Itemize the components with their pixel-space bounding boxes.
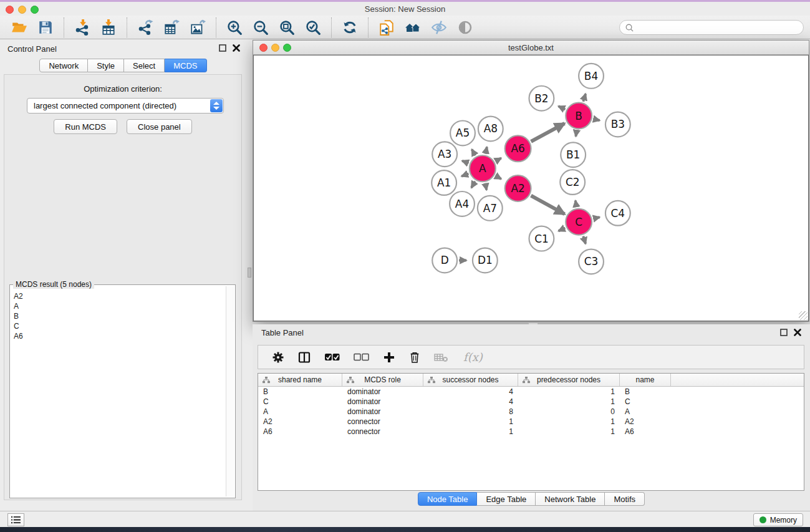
network-graph-svg[interactable]: AA1A2A3A4A5A6A7A8BB1B2B3B4CC1C2C3C4DD1	[254, 56, 808, 321]
float-panel-icon[interactable]	[219, 44, 226, 52]
graph-edge[interactable]	[461, 173, 468, 176]
window-titlebar[interactable]: Session: New Session	[0, 2, 810, 16]
vertical-splitter-grip[interactable]	[248, 268, 251, 278]
table-cell[interactable]: 4	[423, 387, 518, 396]
table-cell[interactable]: 4	[423, 397, 518, 406]
open-session-button[interactable]	[9, 17, 30, 38]
select-all-columns-button[interactable]	[324, 353, 340, 362]
table-row[interactable]: Cdominator41C	[258, 397, 804, 407]
table-cell[interactable]: 1	[518, 417, 620, 426]
graph-edge[interactable]	[472, 149, 476, 155]
table-cell[interactable]: 1	[518, 387, 620, 396]
network-view-window[interactable]: testGlobe.txt AA1A2A3A4A5A6A7A8BB1B2B3B4…	[253, 40, 809, 322]
table-cell[interactable]: C	[620, 397, 671, 406]
mcds-result-item[interactable]: A6	[11, 331, 224, 341]
tab-network-table[interactable]: Network Table	[536, 492, 605, 506]
table-row[interactable]: Adominator80A	[258, 407, 804, 417]
table-cell[interactable]: connector	[342, 417, 423, 426]
graph-edge[interactable]	[558, 106, 565, 109]
table-row[interactable]: Bdominator41B	[258, 387, 804, 397]
graph-edge[interactable]	[462, 161, 468, 163]
close-panel-icon[interactable]	[794, 329, 801, 336]
graph-edge[interactable]	[471, 181, 475, 188]
table-cell[interactable]: dominator	[342, 397, 423, 406]
table-cell[interactable]: dominator	[342, 387, 423, 396]
table-cell[interactable]: A	[258, 407, 342, 416]
graph-edge[interactable]	[583, 236, 586, 244]
window-resize-grip[interactable]	[799, 311, 808, 320]
import-network-button[interactable]	[72, 17, 93, 38]
graph-edge[interactable]	[593, 119, 599, 120]
table-cell[interactable]: dominator	[342, 407, 423, 416]
export-table-button[interactable]	[161, 17, 182, 38]
table-row[interactable]: A6connector11A6	[258, 427, 804, 437]
table-cell[interactable]: A	[620, 407, 671, 416]
criterion-dropdown[interactable]: largest connected component (directed)	[27, 98, 224, 114]
zoom-in-button[interactable]	[224, 17, 245, 38]
table-cell[interactable]: A2	[258, 417, 342, 426]
table-cell[interactable]: C	[258, 397, 342, 406]
refresh-view-button[interactable]	[339, 17, 360, 38]
dropdown-stepper-icon[interactable]	[210, 99, 223, 112]
close-panel-icon[interactable]	[233, 44, 240, 52]
mcds-result-item[interactable]: B	[11, 311, 224, 321]
graph-edge[interactable]	[496, 158, 501, 161]
zoom-out-button[interactable]	[250, 17, 271, 38]
task-history-button[interactable]	[7, 513, 24, 526]
save-session-button[interactable]	[35, 17, 56, 38]
graph-edge[interactable]	[486, 147, 487, 154]
zoom-selected-button[interactable]	[302, 17, 324, 38]
graph-edge[interactable]	[531, 123, 565, 142]
column-header[interactable]: predecessor nodes	[518, 374, 620, 386]
graph-edge[interactable]	[576, 201, 577, 208]
tab-select[interactable]: Select	[124, 59, 165, 72]
table-cell[interactable]: 1	[518, 397, 620, 406]
import-table-button[interactable]	[98, 17, 119, 38]
delete-table-button[interactable]	[434, 352, 448, 362]
clone-network-button[interactable]	[376, 17, 397, 38]
tab-edge-table[interactable]: Edge Table	[477, 492, 536, 506]
search-field[interactable]	[619, 20, 804, 35]
network-canvas[interactable]: AA1A2A3A4A5A6A7A8BB1B2B3B4CC1C2C3C4DD1	[253, 55, 809, 321]
table-cell[interactable]: B	[620, 387, 671, 396]
table-cell[interactable]: 8	[423, 407, 518, 416]
graph-edge[interactable]	[559, 228, 566, 231]
mcds-result-item[interactable]: C	[11, 321, 224, 331]
column-header[interactable]: MCDS role	[342, 374, 423, 386]
result-list-scrollbar[interactable]	[226, 286, 234, 496]
function-builder-button[interactable]: f(x)	[463, 351, 483, 364]
mcds-result-item[interactable]: A2	[11, 291, 224, 301]
column-header[interactable]: successor nodes	[423, 374, 518, 386]
delete-column-button[interactable]	[409, 351, 420, 364]
tab-node-table[interactable]: Node Table	[418, 492, 478, 506]
hide-panels-button[interactable]	[428, 17, 450, 38]
table-cell[interactable]: A6	[620, 427, 671, 436]
export-network-button[interactable]	[135, 17, 156, 38]
table-cell[interactable]: 0	[518, 407, 620, 416]
tab-motifs[interactable]: Motifs	[605, 492, 645, 506]
deselect-all-columns-button[interactable]	[354, 353, 369, 362]
table-cell[interactable]: connector	[342, 427, 423, 436]
table-cell[interactable]: B	[258, 387, 342, 396]
tab-style[interactable]: Style	[88, 59, 124, 72]
memory-button[interactable]: Memory	[753, 513, 803, 526]
export-image-button[interactable]	[187, 17, 208, 38]
table-settings-button[interactable]	[272, 351, 284, 364]
bird-view-button[interactable]	[455, 17, 476, 38]
search-input[interactable]	[637, 23, 803, 32]
table-cell[interactable]: A6	[258, 427, 342, 436]
table-cell[interactable]: 1	[423, 417, 518, 426]
graph-edge[interactable]	[593, 217, 599, 218]
close-panel-button[interactable]: Close panel	[127, 119, 192, 134]
tab-network[interactable]: Network	[39, 59, 88, 72]
graph-edge[interactable]	[531, 196, 565, 215]
graph-edge[interactable]	[583, 94, 586, 101]
tab-mcds[interactable]: MCDS	[165, 59, 206, 72]
column-header[interactable]: name	[620, 374, 671, 386]
zoom-fit-button[interactable]	[276, 17, 297, 38]
run-mcds-button[interactable]: Run MCDS	[54, 119, 117, 134]
float-panel-icon[interactable]	[780, 329, 788, 336]
table-row[interactable]: A2connector11A2	[258, 417, 804, 427]
graph-edge[interactable]	[485, 183, 486, 190]
network-window-titlebar[interactable]: testGlobe.txt	[253, 41, 809, 55]
